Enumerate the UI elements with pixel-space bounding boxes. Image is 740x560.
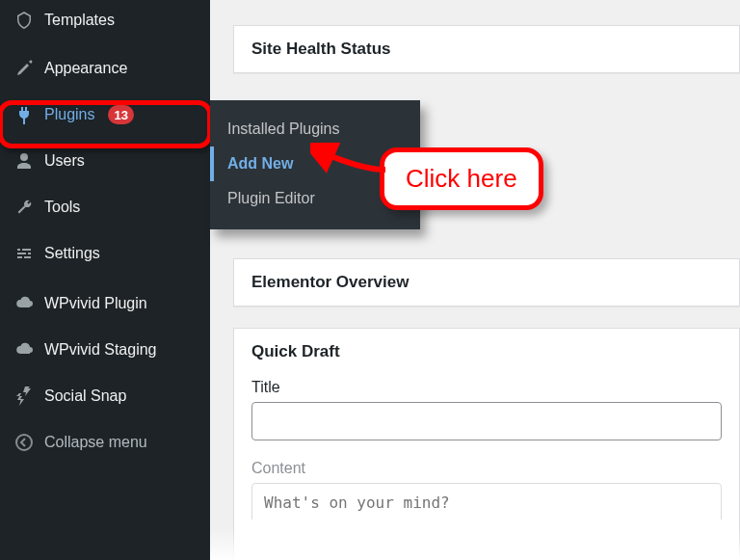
submenu-installed-plugins[interactable]: Installed Plugins [210,112,420,147]
panel-title: Quick Draft [251,342,722,361]
appearance-icon [13,58,35,79]
sidebar-item-label: WPvivid Staging [44,341,157,359]
admin-sidebar: Templates Appearance Plugins 13 Users [0,0,210,560]
plugins-update-badge: 13 [108,105,133,124]
social-snap-icon [13,386,35,407]
panel-title: Elementor Overview [251,273,722,292]
sidebar-item-appearance[interactable]: Appearance [0,48,210,89]
sidebar-item-label: Social Snap [44,387,126,405]
sidebar-item-settings[interactable]: Settings [0,233,210,274]
annotation-callout: Click here [380,147,543,210]
cloud-icon [13,339,35,360]
quick-draft-content-label: Content [251,460,722,477]
sidebar-item-label: Collapse menu [44,434,147,451]
settings-icon [13,243,35,264]
quick-draft-title-input[interactable] [251,402,722,440]
main-content: Site Health Status Elementor Overview Qu… [210,0,740,560]
sidebar-item-label: WPvivid Plugin [44,295,147,312]
panel-site-health: Site Health Status [233,25,740,73]
submenu-item-label: Installed Plugins [227,120,340,137]
sidebar-item-label: Plugins [44,106,94,123]
sidebar-item-wpvivid-plugin[interactable]: WPvivid Plugin [0,283,210,324]
quick-draft-content-textarea[interactable] [251,483,722,520]
quick-draft-title-label: Title [251,379,722,396]
annotation-callout-text: Click here [380,147,543,210]
sidebar-item-label: Tools [44,199,80,216]
plugins-icon [13,104,35,125]
collapse-icon [13,432,35,453]
submenu-item-label: Plugin Editor [227,190,315,206]
sidebar-item-label: Settings [44,245,100,262]
submenu-item-label: Add New [227,155,293,172]
sidebar-item-plugins[interactable]: Plugins 13 [0,94,210,135]
sidebar-item-wpvivid-staging[interactable]: WPvivid Staging [0,330,210,370]
sidebar-item-users[interactable]: Users [0,141,210,181]
panel-elementor-overview: Elementor Overview [233,258,740,307]
sidebar-item-tools[interactable]: Tools [0,187,210,227]
cloud-icon [13,293,35,314]
sidebar-item-social-snap[interactable]: Social Snap [0,376,210,416]
panel-title: Site Health Status [251,40,722,59]
panel-quick-draft: Quick Draft Title Content [233,328,740,560]
sidebar-item-label: Templates [44,12,115,29]
sidebar-item-label: Appearance [44,60,127,77]
svg-point-0 [16,435,32,450]
sidebar-item-templates[interactable]: Templates [0,0,210,40]
users-icon [13,150,35,172]
tools-icon [13,197,35,218]
sidebar-item-label: Users [44,152,85,170]
sidebar-collapse-toggle[interactable]: Collapse menu [0,422,210,463]
templates-icon [13,10,35,31]
